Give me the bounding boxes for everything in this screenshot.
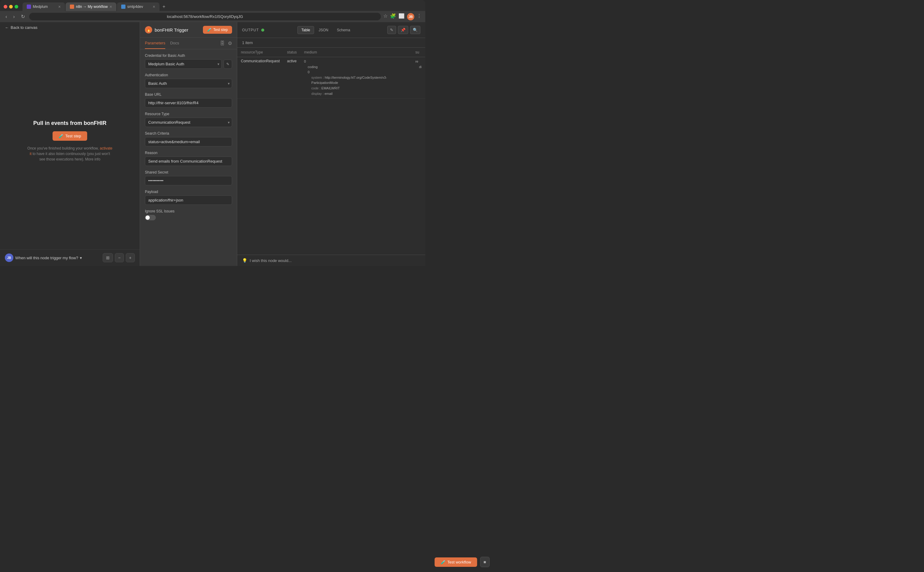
output-view-tabs: Table JSON Schema: [298, 26, 354, 34]
output-item-count-bar: 1 item: [237, 38, 425, 48]
resource-type-label: Resource Type: [145, 112, 232, 116]
smtp4dev-tab-close[interactable]: ×: [153, 4, 155, 9]
forward-nav-button[interactable]: ›: [11, 13, 16, 20]
extensions-icon[interactable]: 🧩: [390, 13, 396, 20]
cell-su: re di: [412, 57, 425, 98]
database-icon[interactable]: 🗄: [220, 41, 225, 46]
profile-avatar[interactable]: JB: [407, 13, 414, 20]
credential-edit-button[interactable]: ✎: [223, 59, 232, 69]
output-edit-button[interactable]: ✎: [387, 26, 396, 34]
minimize-window-btn[interactable]: [9, 5, 13, 8]
smtp4dev-tab-label: smtp4dev: [127, 5, 151, 9]
view-tab-table[interactable]: Table: [298, 26, 314, 34]
browser-tab-n8n[interactable]: n8n → My workflow ×: [66, 2, 116, 11]
wish-text: I wish this node would...: [250, 258, 291, 263]
shared-secret-label: Shared Secret: [145, 170, 232, 174]
smtp4dev-favicon: [121, 5, 126, 9]
maximize-window-btn[interactable]: [15, 5, 18, 8]
credential-select[interactable]: Medplum Basic Auth: [145, 59, 222, 69]
cell-medium: 0 coding 0 system : http://terminology.h…: [301, 57, 412, 98]
credential-row: Medplum Basic Auth ▾ ✎: [145, 59, 232, 69]
canvas-node-title: Pull in events from bonFHIR: [33, 120, 106, 126]
view-tab-schema[interactable]: Schema: [333, 26, 354, 34]
back-nav-button[interactable]: ‹: [4, 13, 9, 20]
zoom-out-button[interactable]: +: [126, 253, 135, 262]
app-container: ← Back to canvas Pull in events from bon…: [0, 22, 425, 266]
medplum-favicon: [27, 5, 31, 9]
payload-input[interactable]: [145, 196, 232, 205]
more-info-link[interactable]: More info: [85, 157, 100, 162]
fit-view-button[interactable]: ⊞: [103, 253, 113, 262]
output-panel: OUTPUT Table JSON Schema ✎ 📌 🔍 1 item r: [237, 22, 425, 266]
flask-icon: 🧪: [207, 28, 212, 32]
tab-parameters[interactable]: Parameters: [145, 38, 165, 49]
menu-icon[interactable]: ⋮: [417, 13, 422, 20]
address-bar: ‹ › ↻ ☆ 🧩 ⬜ JB ⋮: [0, 11, 425, 22]
reason-label: Reason: [145, 151, 232, 155]
address-icons: ☆ 🧩 ⬜ JB ⋮: [383, 13, 422, 20]
table-body: CommunicationRequest active 0 coding 0 s…: [237, 57, 425, 98]
bookmark-icon[interactable]: ☆: [383, 13, 388, 20]
canvas-content: Pull in events from bonFHIR 🧪 Test step …: [0, 33, 140, 249]
authentication-select[interactable]: Basic Auth: [145, 79, 232, 88]
settings-icon[interactable]: ⚙: [228, 40, 232, 46]
address-input[interactable]: [29, 13, 381, 20]
medplum-tab-close[interactable]: ×: [58, 4, 61, 9]
node-header: 🔥 bonFHIR Trigger 🧪 Test step: [140, 22, 237, 38]
base-url-input[interactable]: [145, 98, 232, 107]
node-title: 🔥 bonFHIR Trigger: [145, 26, 188, 33]
tab-bar: Medplum × n8n → My workflow × smtp4dev ×…: [0, 0, 425, 11]
credential-select-wrapper: Medplum Basic Auth ▾: [145, 59, 222, 69]
new-tab-button[interactable]: +: [160, 3, 167, 11]
base-url-label: Base URL: [145, 92, 232, 96]
browser-tab-medplum[interactable]: Medplum ×: [22, 2, 65, 11]
credential-field-group: Credential for Basic Auth Medplum Basic …: [145, 53, 232, 69]
wish-bulb-icon: 💡: [242, 258, 247, 263]
output-search-button[interactable]: 🔍: [410, 26, 420, 34]
ignore-ssl-label: Ignore SSL Issues: [145, 209, 232, 213]
node-panel: 🔥 bonFHIR Trigger 🧪 Test step Parameters…: [140, 22, 237, 266]
user-avatar: JB: [5, 253, 13, 262]
zoom-in-button[interactable]: −: [115, 253, 124, 262]
item-count-label: 1 item: [242, 40, 253, 45]
output-title: OUTPUT: [242, 28, 264, 32]
test-step-button[interactable]: 🧪 Test step: [203, 26, 232, 34]
cell-status: active: [284, 57, 301, 98]
tab-docs[interactable]: Docs: [170, 38, 179, 49]
col-status: status: [284, 48, 301, 57]
canvas-test-step-button[interactable]: 🧪 Test step: [53, 131, 87, 141]
browser-tab-smtp4dev[interactable]: smtp4dev ×: [117, 2, 160, 11]
shared-secret-field-group: Shared Secret: [145, 170, 232, 185]
output-pin-button[interactable]: 📌: [398, 26, 408, 34]
n8n-tab-label: n8n → My workflow: [76, 5, 108, 9]
profiles-icon[interactable]: ⬜: [398, 13, 405, 20]
flask-icon-canvas: 🧪: [59, 134, 64, 138]
authentication-field-group: Authentication Basic Auth ▾: [145, 73, 232, 88]
reload-button[interactable]: ↻: [19, 13, 27, 20]
resource-type-field-group: Resource Type CommunicationRequest ▾: [145, 112, 232, 127]
shared-secret-input[interactable]: [145, 176, 232, 185]
search-criteria-label: Search Criteria: [145, 131, 232, 135]
node-icon: 🔥: [145, 26, 152, 33]
canvas-bottom: JB When will this node trigger my flow? …: [0, 249, 140, 266]
trigger-chevron-icon: ▾: [80, 256, 82, 260]
back-to-canvas-button[interactable]: ← Back to canvas: [0, 22, 140, 33]
medplum-tab-label: Medplum: [33, 5, 56, 9]
base-url-field-group: Base URL: [145, 92, 232, 107]
ignore-ssl-toggle[interactable]: [145, 215, 156, 220]
reason-input[interactable]: [145, 157, 232, 166]
su-nested-data: re di: [415, 59, 422, 70]
resource-type-select[interactable]: CommunicationRequest: [145, 118, 232, 127]
n8n-favicon: [70, 5, 74, 9]
search-criteria-input[interactable]: [145, 137, 232, 146]
payload-label: Payload: [145, 190, 232, 194]
close-window-btn[interactable]: [4, 5, 7, 8]
n8n-tab-close[interactable]: ×: [110, 4, 112, 9]
view-tab-json[interactable]: JSON: [315, 26, 332, 34]
toggle-knob: [146, 216, 150, 220]
back-arrow-icon: ←: [5, 25, 9, 30]
node-tabs: Parameters Docs 🗄 ⚙: [140, 38, 237, 49]
col-su: su: [412, 48, 425, 57]
output-table-container[interactable]: resourceType status medium su Communicat…: [237, 48, 425, 255]
ignore-ssl-toggle-row: [145, 215, 232, 220]
